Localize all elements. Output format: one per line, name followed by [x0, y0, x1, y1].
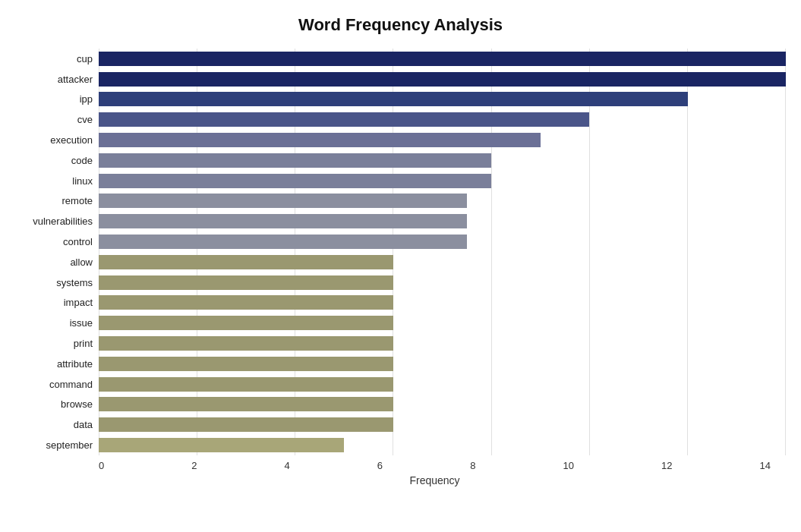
- bar-row: [99, 109, 786, 130]
- y-label: attacker: [15, 74, 93, 84]
- bar: [99, 174, 491, 188]
- bar: [99, 255, 393, 269]
- y-label: browse: [15, 399, 93, 409]
- bar-row: [99, 313, 786, 333]
- bar-row: [99, 231, 786, 252]
- bar: [99, 52, 786, 66]
- x-tick: 0: [99, 460, 104, 471]
- bar: [99, 336, 393, 351]
- x-axis-label: Frequency: [409, 474, 459, 486]
- bar-row: [99, 354, 786, 374]
- bar-row: [99, 252, 786, 272]
- y-label: command: [15, 379, 93, 389]
- chart-title: Word Frequency Analysis: [298, 15, 503, 35]
- y-label: code: [15, 156, 93, 165]
- bar-row: [99, 130, 786, 150]
- bar: [99, 417, 393, 432]
- x-tick: 6: [377, 460, 383, 471]
- bar: [99, 275, 393, 290]
- bar-row: [99, 395, 786, 415]
- x-tick: 2: [191, 460, 197, 471]
- x-tick: 12: [661, 460, 672, 471]
- y-label: cve: [15, 115, 93, 124]
- y-label: data: [15, 420, 93, 430]
- y-label: allow: [15, 257, 93, 267]
- x-tick: 14: [759, 460, 770, 471]
- y-label: ipp: [15, 94, 93, 104]
- bar: [99, 133, 541, 147]
- bar-row: [99, 49, 786, 69]
- bar-row: [99, 171, 786, 191]
- y-label: control: [15, 237, 93, 247]
- bar: [99, 92, 688, 106]
- y-label: remote: [15, 196, 93, 206]
- y-label: linux: [15, 176, 93, 186]
- bar: [99, 214, 467, 228]
- chart-container: Word Frequency Analysis cupattackerippcv…: [0, 0, 801, 532]
- bar-row: [99, 69, 786, 90]
- bar: [99, 235, 467, 249]
- bar: [99, 316, 393, 330]
- bar: [99, 153, 491, 168]
- x-tick: 4: [285, 460, 290, 471]
- bar: [99, 357, 393, 371]
- bar-row: [99, 191, 786, 212]
- y-label: impact: [15, 297, 93, 307]
- bar-row: [99, 414, 786, 435]
- y-label: september: [15, 440, 93, 450]
- bar: [99, 295, 393, 310]
- y-label: vulnerabilities: [15, 216, 93, 226]
- y-axis-labels: cupattackerippcveexecutioncodelinuxremot…: [15, 49, 99, 455]
- bar-row: [99, 211, 786, 231]
- bar-row: [99, 90, 786, 110]
- y-label: print: [15, 338, 93, 348]
- x-tick: 8: [470, 460, 475, 471]
- bar-row: [99, 293, 786, 313]
- x-tick: 10: [563, 460, 573, 471]
- bar: [99, 438, 344, 452]
- bar-row: [99, 435, 786, 455]
- bar: [99, 194, 467, 208]
- x-axis-area: 02468101214 Frequency: [15, 460, 786, 486]
- bar-row: [99, 333, 786, 354]
- bar-row: [99, 374, 786, 395]
- bar-row: [99, 150, 786, 171]
- y-label: issue: [15, 318, 93, 328]
- y-label: cup: [15, 54, 93, 64]
- bar: [99, 112, 589, 127]
- bar: [99, 397, 393, 411]
- bar: [99, 377, 393, 392]
- y-label: execution: [15, 135, 93, 145]
- bar: [99, 72, 786, 87]
- bar-row: [99, 272, 786, 293]
- y-label: systems: [15, 278, 93, 288]
- y-label: attribute: [15, 359, 93, 369]
